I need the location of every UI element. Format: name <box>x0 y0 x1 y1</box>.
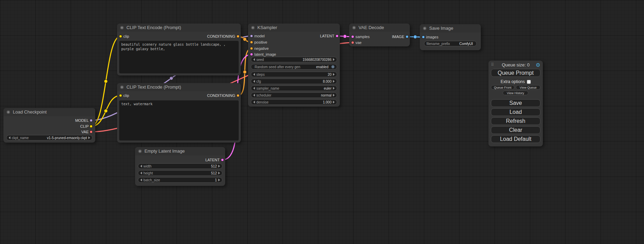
view-history-button[interactable]: View History <box>503 91 528 95</box>
collapse-dot-icon[interactable] <box>423 27 426 30</box>
decrement-arrow-icon[interactable] <box>253 73 255 76</box>
output-dot-latent[interactable] <box>221 159 224 162</box>
decrement-arrow-icon[interactable] <box>140 179 142 181</box>
node-load-checkpoint: Load Checkpoint MODEL CLIP VAE ckpt_name… <box>3 108 95 143</box>
collapse-dot-icon[interactable] <box>352 26 356 29</box>
node-save-image-titlebar[interactable]: Save Image <box>420 24 481 33</box>
widget-width[interactable]: width 512 <box>138 163 222 169</box>
gear-icon[interactable]: ⚙ <box>536 62 540 68</box>
node-clip-positive-titlebar[interactable]: CLIP Text Encode (Prompt) <box>117 24 241 32</box>
comfyui-canvas[interactable]: { "link_colors": { "model": "#B39DDB", "… <box>0 0 644 244</box>
widget-value: 20 <box>328 73 332 76</box>
widget-sampler-name[interactable]: sampler_name euler <box>251 85 337 91</box>
input-label-vae: vae <box>355 40 362 45</box>
queue-size-label: Queue size: 0 <box>488 62 543 67</box>
toggle-circle-icon[interactable] <box>331 65 335 69</box>
decrement-arrow-icon[interactable] <box>253 87 255 90</box>
input-dot-clip[interactable] <box>119 94 122 97</box>
output-dot-clip[interactable] <box>90 125 93 128</box>
widget-denoise[interactable]: denoise 1.000 <box>251 99 337 105</box>
input-dot-clip[interactable] <box>119 35 122 38</box>
queue-prompt-button[interactable]: Queue Prompt <box>491 69 540 77</box>
input-dot-negative[interactable] <box>250 47 253 50</box>
node-empty-latent-titlebar[interactable]: Empty Latent Image <box>135 147 225 155</box>
save-button[interactable]: Save <box>491 99 540 107</box>
widget-height[interactable]: height 512 <box>138 170 222 176</box>
queue-front-button[interactable]: Queue Front <box>491 85 514 90</box>
widget-seed[interactable]: seed 156680208700286 <box>251 57 337 62</box>
node-load-checkpoint-titlebar[interactable]: Load Checkpoint <box>3 108 95 116</box>
extra-options-checkbox[interactable] <box>527 80 531 84</box>
input-label-images: images <box>426 35 438 39</box>
prompt-textarea[interactable]: text, watermark <box>119 100 239 141</box>
node-clip-text-encode-positive: CLIP Text Encode (Prompt) clip CONDITION… <box>117 24 241 75</box>
widget-ckpt-name[interactable]: ckpt_name v1-5-pruned-emaonly.ckpt <box>6 135 92 141</box>
input-dot-latent-image[interactable] <box>250 53 253 56</box>
widget-name: sampler_name <box>256 87 279 90</box>
input-dot-samples[interactable] <box>351 35 354 38</box>
clear-button[interactable]: Clear <box>491 126 540 134</box>
widget-value: 1.000 <box>323 100 332 104</box>
widget-batch-size[interactable]: batch_size 1 <box>138 177 222 183</box>
increment-arrow-icon[interactable] <box>218 165 220 168</box>
widget-scheduler[interactable]: scheduler normal <box>251 92 337 98</box>
decrement-arrow-icon[interactable] <box>253 94 255 97</box>
input-label-latent-image: latent_image <box>254 52 276 57</box>
decrement-arrow-icon[interactable] <box>140 165 142 168</box>
decrement-arrow-icon[interactable] <box>253 80 255 83</box>
decrement-arrow-icon[interactable] <box>253 58 255 61</box>
collapse-dot-icon[interactable] <box>7 110 10 114</box>
increment-arrow-icon[interactable] <box>333 80 335 83</box>
widget-name: width <box>143 164 151 168</box>
output-dot-model[interactable] <box>90 119 93 122</box>
output-dot-vae[interactable] <box>90 130 93 134</box>
widget-value: euler <box>324 87 332 90</box>
view-queue-button[interactable]: View Queue <box>516 85 540 90</box>
collapse-dot-icon[interactable] <box>120 26 124 29</box>
node-title-text: VAE Decode <box>359 25 384 30</box>
node-ksampler: KSampler model positive negative latent_… <box>248 24 340 107</box>
node-vae-decode-titlebar[interactable]: VAE Decode <box>349 24 410 32</box>
link-midpoint-dot-image <box>414 35 417 39</box>
output-dot-conditioning[interactable] <box>237 35 240 38</box>
widget-value: 512 <box>211 171 217 175</box>
load-button[interactable]: Load <box>491 108 540 116</box>
widget-value: enabled <box>316 65 328 69</box>
increment-arrow-icon[interactable] <box>333 73 335 76</box>
collapse-dot-icon[interactable] <box>120 85 124 89</box>
decrement-arrow-icon[interactable] <box>140 172 142 174</box>
widget-random-seed[interactable]: Random seed after every gen enabled <box>251 64 337 70</box>
widget-value: 1 <box>215 178 217 182</box>
widget-name: filename_prefix <box>426 42 450 46</box>
input-dot-model[interactable] <box>250 35 253 38</box>
node-save-image: Save Image images filename_prefix ComfyU… <box>420 24 481 50</box>
refresh-button[interactable]: Refresh <box>491 117 540 125</box>
output-dot-latent[interactable] <box>336 35 339 38</box>
decrement-arrow-icon[interactable] <box>9 136 10 139</box>
output-dot-conditioning[interactable] <box>237 94 240 97</box>
collapse-dot-icon[interactable] <box>251 26 255 29</box>
input-dot-images[interactable] <box>422 36 425 39</box>
collapse-dot-icon[interactable] <box>138 150 142 153</box>
output-dot-image[interactable] <box>406 35 409 38</box>
increment-arrow-icon[interactable] <box>218 179 220 181</box>
widget-cfg[interactable]: cfg 8.000 <box>251 79 337 84</box>
widget-steps[interactable]: steps 20 <box>251 72 337 77</box>
node-clip-negative-titlebar[interactable]: CLIP Text Encode (Prompt) <box>117 83 241 91</box>
increment-arrow-icon[interactable] <box>88 136 90 139</box>
node-ksampler-titlebar[interactable]: KSampler <box>248 24 340 32</box>
link-midpoint-dot-cond-positive <box>243 38 247 41</box>
increment-arrow-icon[interactable] <box>333 87 335 90</box>
input-dot-vae[interactable] <box>351 41 354 44</box>
increment-arrow-icon[interactable] <box>218 172 220 174</box>
widget-name: batch_size <box>143 178 160 182</box>
widget-filename-prefix[interactable]: filename_prefix ComfyUI <box>424 41 477 46</box>
increment-arrow-icon[interactable] <box>333 101 335 103</box>
input-dot-positive[interactable] <box>250 41 253 44</box>
decrement-arrow-icon[interactable] <box>253 101 255 103</box>
prompt-textarea[interactable]: beautiful scenery nature glass bottle la… <box>119 41 239 73</box>
queue-menu-panel: ⠿ Queue size: 0 ⚙ Queue Prompt Extra opt… <box>488 61 543 146</box>
increment-arrow-icon[interactable] <box>333 94 335 97</box>
increment-arrow-icon[interactable] <box>333 58 335 61</box>
load-default-button[interactable]: Load Default <box>491 135 540 143</box>
